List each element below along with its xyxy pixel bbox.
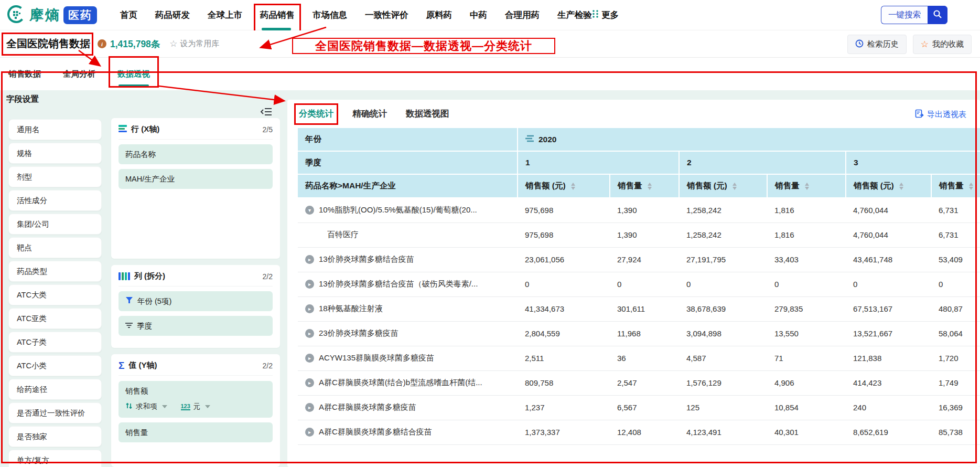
expand-icon[interactable]: ▸: [305, 280, 314, 289]
nav-item-全球上市[interactable]: 全球上市: [208, 9, 242, 21]
sales-amount-controls: 求和项 123 元: [119, 401, 273, 415]
field-item[interactable]: 药品类型: [8, 261, 102, 282]
export-pivot-button[interactable]: 导出透视表: [915, 109, 966, 120]
pivot-rows-header: 行 (X轴) 2/5: [119, 124, 273, 140]
brand-logo[interactable]: 摩熵 医药: [6, 4, 97, 26]
expand-icon[interactable]: ▸: [305, 354, 314, 363]
field-item[interactable]: ATC子类: [8, 332, 102, 353]
field-item[interactable]: 通用名: [8, 119, 102, 140]
rows-axis-items: 药品名称MAH/生产企业: [119, 144, 273, 189]
cell-value: 33,403: [767, 247, 846, 272]
nav-item-药品研发[interactable]: 药品研发: [155, 9, 190, 21]
app-window: 摩熵 医药 首页药品研发全球上市药品销售市场信息一致性评价原料药中药合理用药生产…: [0, 0, 980, 467]
year-value-cell[interactable]: 2020: [518, 128, 980, 151]
collapse-panel-icon[interactable]: [261, 107, 272, 119]
cell-value: 1,258,242: [679, 222, 767, 247]
cell-value: 11,968: [610, 321, 679, 346]
sales-volume-header[interactable]: 销售量: [767, 174, 846, 198]
search-input[interactable]: 一键搜索: [881, 6, 928, 24]
sales-amount-header[interactable]: 销售额 (元): [846, 174, 931, 198]
expand-icon[interactable]: ▸: [305, 329, 314, 338]
unit-dropdown[interactable]: 123 元: [181, 402, 211, 411]
chevron-down-icon: [205, 405, 210, 408]
pivot-item-quarter[interactable]: 季度: [119, 316, 273, 336]
pivot-values-card: Σ 值 (Y轴) 2/2 销售额 求和项: [111, 354, 280, 467]
nav-item-生产检验[interactable]: 生产检验: [557, 9, 592, 21]
pivot-item-sales-volume[interactable]: 销售量: [119, 422, 273, 442]
grid-dots-icon: [592, 9, 599, 20]
nav-item-一致性评价[interactable]: 一致性评价: [365, 9, 408, 21]
field-item[interactable]: 剂型: [8, 166, 102, 187]
stats-tab-数据透视图[interactable]: 数据透视图: [406, 108, 449, 120]
nav-item-市场信息[interactable]: 市场信息: [313, 9, 347, 21]
field-item[interactable]: 集团/公司: [8, 214, 102, 235]
stats-tabs: 分类统计精确统计数据透视图: [287, 100, 980, 120]
search-history-button[interactable]: 检索历史: [847, 35, 907, 54]
pivot-item-sales-amount[interactable]: 销售额 求和项 123 元: [119, 381, 273, 418]
nav-item-首页[interactable]: 首页: [120, 9, 137, 21]
nav-item-合理用药[interactable]: 合理用药: [505, 9, 540, 21]
sales-volume-header[interactable]: 销售量: [610, 174, 679, 198]
field-settings-title: 字段设置: [6, 94, 39, 105]
field-item[interactable]: ATC亚类: [8, 308, 102, 329]
expand-icon[interactable]: ▸: [305, 428, 314, 437]
cell-value: 1,258,242: [679, 198, 767, 222]
cell-value: 0: [931, 272, 980, 296]
sort-icon[interactable]: [648, 183, 652, 190]
cell-value: 2,547: [610, 370, 679, 395]
sales-volume-header[interactable]: 销售量: [931, 174, 980, 198]
page-tab-销售数据[interactable]: 销售数据: [8, 69, 41, 80]
cell-value: 0: [767, 272, 846, 296]
search-icon: [933, 9, 942, 21]
logo-icon: [6, 4, 26, 26]
table-row: ▸13价肺炎球菌多糖结合疫苗（破伤风类毒素/... 00 00 00: [298, 272, 980, 296]
nav-more[interactable]: 更多: [592, 9, 619, 21]
sort-icon[interactable]: [969, 183, 973, 190]
quarter-3-cell: 3: [846, 151, 980, 174]
page-tab-数据透视[interactable]: 数据透视: [117, 69, 150, 80]
field-item[interactable]: 单方/复方: [8, 450, 102, 467]
my-collection-button[interactable]: ☆ 我的收藏: [913, 35, 972, 54]
sales-amount-header[interactable]: 销售额 (元): [518, 174, 610, 198]
field-item[interactable]: 活性成分: [8, 190, 102, 211]
cell-value: 1,720: [931, 346, 980, 370]
sort-icon[interactable]: [805, 183, 809, 190]
expand-icon[interactable]: ▸: [305, 378, 314, 387]
brand-name: 摩熵: [29, 6, 61, 25]
field-item[interactable]: 是否通过一致性评价: [8, 402, 102, 423]
aggregation-dropdown[interactable]: 求和项: [125, 402, 167, 411]
expand-icon[interactable]: ▸: [305, 255, 314, 264]
cell-value: 1,576,129: [679, 370, 767, 395]
field-item[interactable]: 给药途径: [8, 379, 102, 400]
pivot-row-item[interactable]: 药品名称: [119, 144, 273, 164]
stats-tab-精确统计[interactable]: 精确统计: [352, 108, 387, 120]
field-item[interactable]: ATC小类: [8, 355, 102, 376]
field-item[interactable]: 规格: [8, 143, 102, 164]
expand-icon[interactable]: ▾: [305, 206, 314, 215]
pivot-row-item[interactable]: MAH/生产企业: [119, 169, 273, 189]
pivot-table: 年份 2020: [298, 128, 980, 445]
field-item[interactable]: 是否独家: [8, 426, 102, 447]
cell-value: 975,698: [518, 198, 610, 222]
expand-icon[interactable]: ▸: [305, 304, 314, 313]
sales-amount-header[interactable]: 销售额 (元): [679, 174, 767, 198]
search-button[interactable]: [928, 6, 947, 24]
sort-icon[interactable]: [571, 183, 575, 190]
rows-axis-count: 2/5: [263, 125, 273, 134]
expand-icon[interactable]: ▸: [305, 403, 314, 412]
stats-tab-分类统计[interactable]: 分类统计: [299, 108, 333, 120]
nav-item-原料药[interactable]: 原料药: [426, 9, 453, 21]
nav-more-label: 更多: [601, 9, 619, 21]
row-dimension-header: 药品名称>MAH/生产企业: [298, 174, 518, 198]
nav-item-中药[interactable]: 中药: [470, 9, 487, 21]
sort-icon[interactable]: [899, 183, 903, 190]
quick-search[interactable]: 一键搜索: [881, 6, 947, 24]
set-favorite-button[interactable]: ☆ 设为常用库: [169, 38, 219, 49]
sort-icon[interactable]: [733, 183, 737, 190]
nav-item-药品销售[interactable]: 药品销售: [260, 9, 295, 21]
info-icon[interactable]: i: [98, 39, 106, 48]
field-item[interactable]: ATC大类: [8, 284, 102, 305]
field-item[interactable]: 靶点: [8, 237, 102, 258]
page-tab-全局分析[interactable]: 全局分析: [63, 69, 95, 80]
pivot-item-year[interactable]: 年份 (5项): [119, 291, 273, 311]
